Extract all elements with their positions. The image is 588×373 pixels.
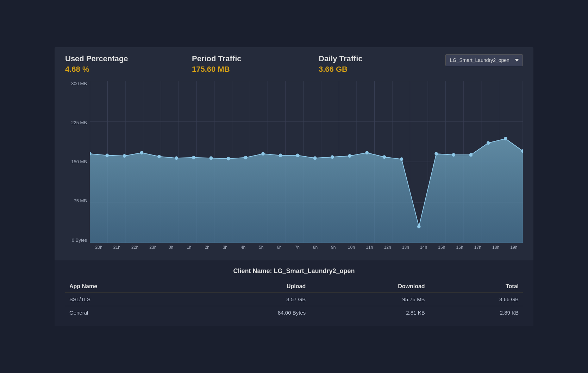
y-label-75: 75 MB: [65, 198, 90, 203]
table-row: SSL/TLS3.57 GB95.75 MB3.66 GB: [65, 292, 523, 306]
client-title: Client Name: LG_Smart_Laundry2_open: [65, 267, 523, 275]
svg-point-45: [331, 155, 334, 159]
x-label-14h: 14h: [415, 245, 433, 250]
area-chart: [90, 81, 523, 243]
main-container: Used Percentage 4.68 % Period Traffic 17…: [55, 47, 533, 326]
svg-point-55: [504, 137, 507, 140]
y-label-300: 300 MB: [65, 81, 90, 86]
chart-section: Used Percentage 4.68 % Period Traffic 17…: [55, 47, 533, 260]
svg-point-43: [296, 153, 300, 157]
chart-wrapper: 300 MB 225 MB 150 MB 75 MB 0 Bytes: [65, 81, 523, 257]
x-label-13h: 13h: [396, 245, 414, 250]
period-traffic-label: Period Traffic: [192, 54, 319, 63]
daily-traffic-label: Daily Traffic: [319, 54, 445, 63]
svg-point-47: [365, 151, 369, 154]
svg-point-37: [192, 156, 195, 159]
y-label-150: 150 MB: [65, 159, 90, 164]
x-label-8h: 8h: [306, 245, 324, 250]
x-label-6h: 6h: [270, 245, 288, 250]
x-label-7h: 7h: [288, 245, 306, 250]
table-cell: 2.81 KB: [310, 306, 429, 319]
col-header-total: Total: [429, 280, 523, 293]
chart-area: [90, 81, 523, 243]
table-cell: General: [65, 306, 187, 319]
x-label-10h: 10h: [343, 245, 361, 250]
client-dropdown[interactable]: LG_Smart_Laundry2_open: [445, 54, 523, 66]
x-label-16h: 16h: [451, 245, 469, 250]
period-traffic-value: 175.60 MB: [192, 65, 319, 74]
col-header-app-name: App Name: [65, 280, 187, 293]
x-label-17h: 17h: [469, 245, 487, 250]
svg-point-54: [487, 141, 490, 145]
x-label-9h: 9h: [324, 245, 342, 250]
x-label-18h: 18h: [487, 245, 505, 250]
x-label-22h: 22h: [126, 245, 144, 250]
x-label-3h: 3h: [216, 245, 234, 250]
table-cell: SSL/TLS: [65, 292, 187, 306]
data-table: App Name Upload Download Total SSL/TLS3.…: [65, 280, 523, 319]
table-row: General84.00 Bytes2.81 KB2.89 KB: [65, 306, 523, 319]
table-header-row: App Name Upload Download Total: [65, 280, 523, 293]
x-label-19h: 19h: [505, 245, 523, 250]
svg-point-49: [400, 157, 404, 161]
y-axis: 300 MB 225 MB 150 MB 75 MB 0 Bytes: [65, 81, 90, 243]
client-dropdown-block[interactable]: LG_Smart_Laundry2_open: [445, 54, 523, 66]
svg-point-52: [452, 153, 455, 157]
daily-traffic-value: 3.66 GB: [319, 65, 445, 74]
x-label-15h: 15h: [433, 245, 451, 250]
svg-point-53: [469, 153, 473, 157]
svg-point-46: [348, 154, 351, 158]
svg-point-51: [434, 152, 438, 156]
x-axis: 20h 21h 22h 23h 0h 1h 2h 3h 4h 5h 6h 7h …: [90, 243, 523, 257]
svg-point-36: [175, 156, 178, 160]
col-header-download: Download: [310, 280, 429, 293]
y-label-0: 0 Bytes: [65, 238, 90, 243]
used-percentage-value: 4.68 %: [65, 65, 192, 74]
daily-traffic-block: Daily Traffic 3.66 GB: [319, 54, 445, 74]
x-label-20h: 20h: [90, 245, 108, 250]
x-label-11h: 11h: [361, 245, 379, 250]
svg-point-32: [105, 153, 109, 157]
svg-point-40: [244, 156, 248, 159]
svg-point-48: [383, 155, 386, 159]
col-header-upload: Upload: [187, 280, 310, 293]
x-label-2h: 2h: [198, 245, 216, 250]
svg-point-50: [417, 225, 421, 228]
table-cell: 95.75 MB: [310, 292, 429, 306]
period-traffic-block: Period Traffic 175.60 MB: [192, 54, 319, 74]
svg-point-35: [157, 154, 161, 158]
stats-row: Used Percentage 4.68 % Period Traffic 17…: [65, 54, 523, 74]
svg-point-38: [209, 156, 213, 160]
table-section: Client Name: LG_Smart_Laundry2_open App …: [55, 260, 533, 326]
svg-point-44: [313, 156, 317, 160]
x-label-5h: 5h: [252, 245, 270, 250]
svg-point-39: [227, 157, 230, 160]
x-label-23h: 23h: [144, 245, 162, 250]
svg-point-33: [123, 154, 126, 158]
svg-point-41: [261, 152, 265, 156]
used-percentage-block: Used Percentage 4.68 %: [65, 54, 192, 74]
y-label-225: 225 MB: [65, 120, 90, 125]
x-label-21h: 21h: [108, 245, 126, 250]
used-percentage-label: Used Percentage: [65, 54, 192, 63]
x-label-4h: 4h: [234, 245, 252, 250]
x-label-0h: 0h: [162, 245, 180, 250]
svg-point-42: [279, 153, 282, 157]
x-label-1h: 1h: [180, 245, 198, 250]
svg-point-34: [140, 151, 144, 154]
table-cell: 84.00 Bytes: [187, 306, 310, 319]
table-cell: 2.89 KB: [429, 306, 523, 319]
svg-marker-30: [90, 139, 523, 243]
table-cell: 3.57 GB: [187, 292, 310, 306]
table-cell: 3.66 GB: [429, 292, 523, 306]
x-label-12h: 12h: [379, 245, 396, 250]
